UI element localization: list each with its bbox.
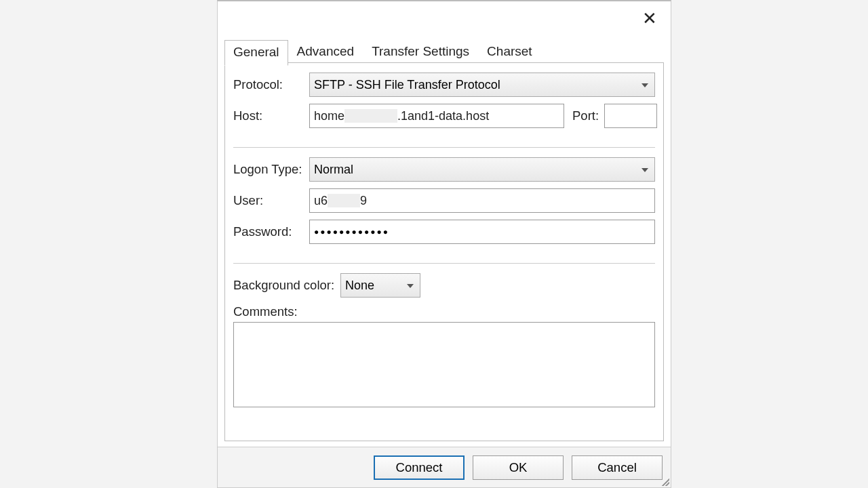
host-prefix: home <box>314 109 344 123</box>
connect-button[interactable]: Connect <box>374 455 465 480</box>
password-input[interactable] <box>309 220 655 244</box>
host-redacted <box>344 109 397 123</box>
dialog-footer: Connect OK Cancel <box>218 447 671 487</box>
divider-1 <box>233 147 655 148</box>
host-input[interactable]: home .1and1-data.host <box>309 104 564 128</box>
logon-type-label: Logon Type: <box>233 162 309 177</box>
user-label: User: <box>233 193 309 208</box>
logon-type-select[interactable]: Normal <box>309 157 655 182</box>
protocol-select[interactable]: SFTP - SSH File Transfer Protocol <box>309 73 655 97</box>
tab-advanced[interactable]: Advanced <box>288 39 363 65</box>
bgcolor-label: Background color: <box>233 278 340 293</box>
password-label: Password: <box>233 224 309 239</box>
tab-content-general: Protocol: SFTP - SSH File Transfer Proto… <box>224 62 664 441</box>
bgcolor-select[interactable]: None <box>340 273 420 298</box>
tab-strip: General Advanced Transfer Settings Chars… <box>224 39 671 65</box>
protocol-label: Protocol: <box>233 77 309 92</box>
user-suffix: 9 <box>360 194 367 208</box>
port-input[interactable] <box>604 104 657 128</box>
comments-label: Comments: <box>233 304 655 319</box>
tab-charset[interactable]: Charset <box>478 39 541 65</box>
user-input[interactable]: u6 9 <box>309 188 655 213</box>
tab-transfer-settings[interactable]: Transfer Settings <box>363 39 478 65</box>
ok-button[interactable]: OK <box>473 455 564 480</box>
user-redacted <box>328 194 360 207</box>
site-manager-dialog: ✕ General Advanced Transfer Settings Cha… <box>217 0 671 488</box>
cancel-button[interactable]: Cancel <box>572 455 663 480</box>
user-prefix: u6 <box>314 194 328 208</box>
close-icon[interactable]: ✕ <box>638 8 661 28</box>
host-suffix: .1and1-data.host <box>397 109 489 123</box>
comments-textarea[interactable] <box>233 322 655 407</box>
host-label: Host: <box>233 108 309 123</box>
tab-general[interactable]: General <box>224 40 288 66</box>
port-label: Port: <box>572 108 599 123</box>
resize-grip-icon[interactable] <box>660 476 669 486</box>
divider-2 <box>233 263 655 264</box>
